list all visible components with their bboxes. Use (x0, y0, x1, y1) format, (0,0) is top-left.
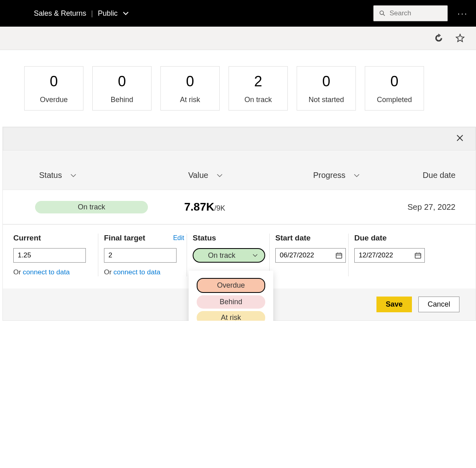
status-card-on-track[interactable]: 2 On track (229, 66, 288, 111)
status-select[interactable]: On track (193, 248, 265, 263)
status-card-completed[interactable]: 0 Completed (365, 66, 424, 111)
card-count: 2 (254, 73, 262, 90)
workspace-title: Sales & Returns (34, 9, 86, 18)
or-text: Or (104, 268, 114, 276)
connect-to-data-link[interactable]: connect to data (114, 268, 160, 276)
card-count: 0 (390, 73, 398, 90)
chevron-down-icon (353, 173, 360, 178)
card-count: 0 (186, 73, 194, 90)
search-icon (379, 10, 385, 17)
current-label: Current (13, 234, 96, 242)
column-label: Progress (313, 171, 345, 180)
due-date-label: Due date (354, 234, 425, 242)
save-button[interactable]: Save (376, 297, 412, 312)
column-due-date[interactable]: Due date (398, 171, 455, 180)
panel-header (3, 127, 476, 150)
refresh-icon[interactable] (434, 33, 443, 43)
separator: | (91, 9, 93, 18)
card-label: Overdue (40, 96, 68, 104)
dropdown-item-behind[interactable]: Behind (197, 295, 265, 309)
card-count: 0 (118, 73, 126, 90)
connect-to-data-link[interactable]: connect to data (23, 268, 70, 276)
status-select-value: On track (208, 251, 235, 260)
column-label: Due date (423, 171, 455, 180)
header-actions: ··· (373, 5, 468, 21)
detail-panel: Status Value Progress Due date On track … (2, 127, 476, 321)
card-label: On track (244, 96, 272, 104)
sub-header (0, 27, 476, 50)
chevron-down-icon (70, 173, 77, 178)
final-target-label-text: Final target (104, 234, 145, 242)
due-date-cell: Sep 27, 2022 (394, 203, 455, 212)
form-cell-start-date: Start date (269, 234, 348, 276)
current-input[interactable] (13, 248, 86, 263)
svg-line-1 (383, 14, 385, 16)
column-progress[interactable]: Progress (313, 171, 398, 180)
card-count: 0 (50, 73, 58, 90)
value-cell: 7.87K/9K (184, 201, 309, 213)
final-target-label: Final target Edit (104, 234, 184, 242)
value-denominator: /9K (214, 204, 225, 212)
close-icon (456, 134, 464, 142)
cancel-button[interactable]: Cancel (418, 297, 459, 312)
calendar-icon[interactable] (335, 252, 343, 259)
form-cell-final-target: Final target Edit Or connect to data (98, 234, 187, 276)
status-card-overdue[interactable]: 0 Overdue (24, 66, 83, 111)
dropdown-item-at-risk[interactable]: At risk (197, 311, 265, 321)
svg-rect-8 (415, 253, 421, 258)
svg-point-0 (380, 11, 384, 15)
current-help: Or connect to data (13, 268, 96, 276)
chevron-down-icon (216, 173, 223, 178)
status-dropdown: Overdue Behind At risk On track Not star… (189, 271, 273, 321)
status-card-not-started[interactable]: 0 Not started (297, 66, 356, 111)
column-label: Status (39, 171, 62, 180)
search-box[interactable] (373, 5, 448, 21)
value-main: 7.87K (184, 201, 214, 213)
status-cards-row: 0 Overdue 0 Behind 0 At risk 2 On track … (0, 50, 476, 127)
calendar-icon[interactable] (414, 252, 422, 259)
more-button[interactable]: ··· (457, 9, 468, 18)
metric-row[interactable]: On track 7.87K/9K Sep 27, 2022 (3, 190, 476, 224)
card-count: 0 (322, 73, 330, 90)
or-text: Or (13, 268, 23, 276)
card-label: At risk (180, 96, 200, 104)
column-label: Value (188, 171, 208, 180)
column-value[interactable]: Value (188, 171, 313, 180)
columns-header-row: Status Value Progress Due date (3, 171, 476, 190)
status-card-at-risk[interactable]: 0 At risk (160, 66, 220, 111)
column-status[interactable]: Status (39, 171, 188, 180)
card-label: Not started (308, 96, 344, 104)
start-date-label: Start date (275, 234, 346, 242)
svg-rect-4 (336, 253, 342, 258)
form-cell-status: Status On track Overdue Behind At risk O… (187, 234, 269, 276)
chevron-down-icon (252, 253, 258, 257)
close-button[interactable] (456, 134, 464, 144)
edit-form: Current Or connect to data Final target … (3, 224, 476, 288)
status-pill: On track (35, 201, 148, 213)
edit-link[interactable]: Edit (173, 234, 184, 242)
card-label: Completed (377, 96, 412, 104)
search-input[interactable] (389, 9, 442, 17)
star-icon[interactable] (455, 33, 465, 43)
panel-body: Status Value Progress Due date On track … (3, 150, 476, 320)
visibility-label: Public (98, 9, 118, 18)
status-cell: On track (35, 201, 184, 213)
card-label: Behind (110, 96, 133, 104)
chevron-down-icon (123, 10, 129, 17)
form-cell-due-date: Due date (348, 234, 427, 276)
top-header: Sales & Returns | Public ··· (0, 0, 476, 27)
workspace-switcher[interactable]: Sales & Returns | Public (34, 9, 129, 18)
final-target-help: Or connect to data (104, 268, 184, 276)
status-card-behind[interactable]: 0 Behind (92, 66, 152, 111)
form-cell-current: Current Or connect to data (13, 234, 98, 276)
status-label: Status (193, 234, 267, 242)
dropdown-item-overdue[interactable]: Overdue (197, 278, 265, 293)
final-target-input[interactable] (104, 248, 177, 263)
